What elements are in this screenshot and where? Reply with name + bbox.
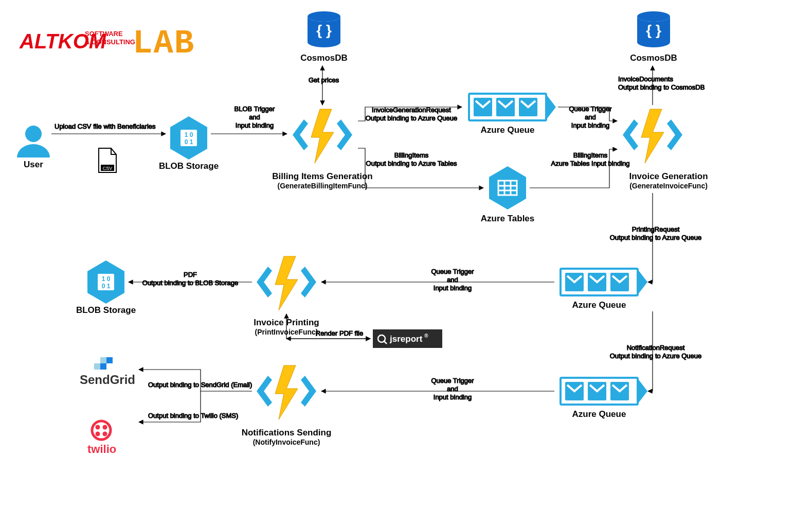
azure-function-icon <box>293 109 352 163</box>
edge-label: Output binding to Azure Tables <box>366 160 457 167</box>
notify-func-sub: (NotifyInvoiceFunc) <box>253 438 320 446</box>
notify-func-title: Notifications Sending <box>242 428 332 437</box>
svg-point-34 <box>96 425 100 430</box>
edge-label: Upload CSV file with Beneficiaries <box>55 122 156 130</box>
azure-queue-icon <box>469 94 556 120</box>
azure-queue-icon <box>561 378 647 405</box>
edge-label: InvoiceDocuments <box>618 75 673 83</box>
edge-label: and <box>249 113 260 121</box>
azure-queue-label: Azure Queue <box>481 125 535 135</box>
edge-label: Azure Tables Input binding <box>551 160 630 167</box>
invoice-func-title: Invoice Generation <box>629 171 708 181</box>
svg-text:& CONSULTING: & CONSULTING <box>85 38 135 46</box>
blob-storage-icon <box>170 116 207 160</box>
edge-label: Output binding to Azure Queue <box>610 234 702 241</box>
twilio-logo: twilio <box>87 421 116 456</box>
edge-label: NotificationRequest <box>627 344 685 352</box>
svg-rect-30 <box>100 363 106 370</box>
edge-label: Output binding to Twilio (SMS) <box>148 412 238 419</box>
blob-storage-icon <box>87 260 124 304</box>
edge-label: Output binding to Azure Queue <box>610 352 702 360</box>
edge-label: Input binding <box>571 121 609 129</box>
edge-label: Input binding <box>434 284 472 292</box>
edge-label: BillingItems <box>573 151 608 159</box>
svg-text:SOFTWARE: SOFTWARE <box>85 30 123 38</box>
svg-rect-31 <box>94 363 100 370</box>
edge-label: Queue Trigger <box>569 105 612 113</box>
azure-function-icon <box>257 365 316 419</box>
svg-point-37 <box>103 432 107 436</box>
edge-label: Queue Trigger <box>431 268 474 275</box>
cosmosdb-icon <box>637 11 670 47</box>
edge-label: InvoiceGenerationRequest <box>372 106 451 114</box>
cosmosdb-label: CosmosDB <box>300 53 348 63</box>
blob-storage-label: BLOB Storage <box>76 305 136 315</box>
edge-label: BLOB Trigger <box>234 105 275 113</box>
svg-point-33 <box>92 421 111 440</box>
lab-logo: LAB <box>133 25 195 62</box>
svg-text:CSV: CSV <box>103 166 113 171</box>
edge-label: Output binding to SendGrid (Email) <box>148 381 252 389</box>
edge-label: Output binding to BLOB Storage <box>142 279 238 287</box>
edge-label: and <box>447 385 458 393</box>
azure-queue-label: Azure Queue <box>572 300 626 310</box>
edge-label: BillingItems <box>394 151 429 159</box>
svg-point-36 <box>96 432 100 436</box>
cosmosdb-icon <box>308 11 340 47</box>
edge-label: Input binding <box>434 393 472 401</box>
edge-label: PDF <box>184 271 197 278</box>
jsreport-logo: jsreport® <box>373 329 442 348</box>
azure-tables-label: Azure Tables <box>481 214 535 223</box>
billing-func-sub: (GenerateBillingItemFunc) <box>277 182 367 190</box>
altkom-logo: ALTKOM SOFTWARE & CONSULTING <box>19 30 135 52</box>
cosmosdb-label: CosmosDB <box>630 53 677 63</box>
sendgrid-logo: SendGrid <box>80 357 135 387</box>
svg-text:SendGrid: SendGrid <box>80 373 135 387</box>
edge-label: Output binding to CosmosDB <box>618 83 705 91</box>
svg-rect-28 <box>100 357 106 363</box>
blob-storage-label: BLOB Storage <box>159 161 219 171</box>
edge-label: Render PDF file <box>316 329 363 337</box>
user-icon <box>17 126 50 157</box>
edge-label: Input binding <box>236 121 274 129</box>
edge-label: Get prices <box>309 76 339 84</box>
billing-func-title: Billing Items Generation <box>272 171 373 181</box>
svg-text:twilio: twilio <box>87 443 116 456</box>
user-label: User <box>24 160 43 169</box>
edge-label: Output binding to Azure Queue <box>366 114 458 122</box>
azure-tables-icon <box>489 166 526 209</box>
svg-rect-29 <box>106 357 113 363</box>
csv-file-icon: CSV <box>99 148 116 172</box>
azure-function-icon <box>257 256 316 310</box>
azure-queue-label: Azure Queue <box>572 409 626 419</box>
invoice-func-sub: (GenerateInvoiceFunc) <box>629 182 708 190</box>
edge-label: and <box>447 276 458 284</box>
azure-queue-icon <box>561 269 647 295</box>
svg-text:LAB: LAB <box>133 25 195 62</box>
edge-label: PrintingRequest <box>632 225 680 233</box>
azure-function-icon <box>623 109 682 163</box>
svg-point-35 <box>103 425 107 430</box>
edge-label: and <box>585 113 596 121</box>
edge-label: Queue Trigger <box>431 377 474 384</box>
